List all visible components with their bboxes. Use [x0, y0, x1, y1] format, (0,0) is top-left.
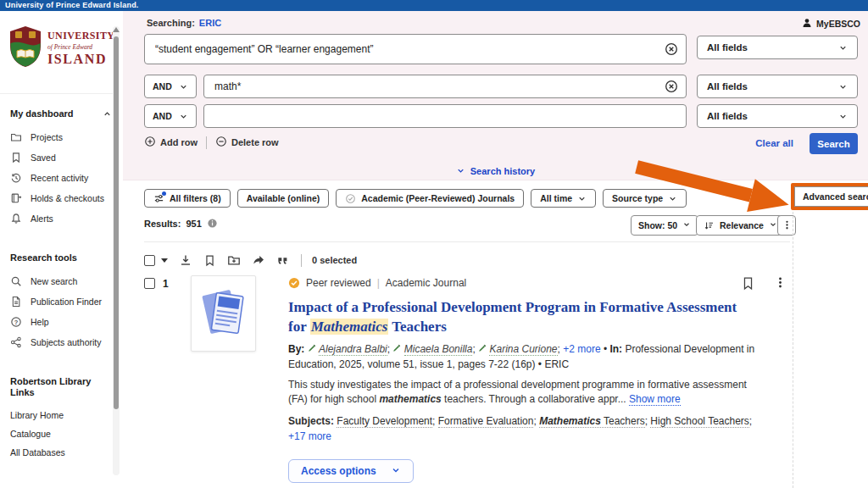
subject-link[interactable]: Formative Evaluation — [438, 415, 534, 428]
add-row-button[interactable]: Add row — [144, 136, 198, 149]
sidebar-item-catalogue[interactable]: Catalogue — [10, 424, 112, 443]
info-icon[interactable] — [207, 218, 218, 229]
show-more-link[interactable]: Show more — [629, 393, 681, 406]
field-select[interactable]: All fields — [697, 104, 858, 128]
search-term-input[interactable] — [203, 75, 687, 98]
upei-logo[interactable]: UNIVERSITY of Prince Edward ISLAND — [8, 25, 114, 71]
search-history-toggle[interactable]: Search history — [123, 164, 868, 179]
operator-label: AND — [153, 81, 172, 92]
show-per-page-select[interactable]: Show: 50 — [631, 215, 698, 236]
sidebar-section-header[interactable]: My dashboard — [10, 108, 112, 119]
history-icon — [10, 172, 22, 184]
delete-row-button[interactable]: Delete row — [215, 136, 279, 149]
sidebar-item-projects[interactable]: Projects — [10, 127, 112, 147]
bookmark-icon[interactable] — [203, 254, 216, 267]
sidebar-item-label: All Databases — [10, 447, 65, 458]
sidebar-item-label: New search — [31, 276, 77, 286]
filter-pill-label: All time — [540, 193, 572, 203]
sidebar-item-alerts[interactable]: Alerts — [10, 208, 112, 229]
sidebar-scrollbar-thumb[interactable] — [114, 36, 119, 409]
result-title[interactable]: Impact of a Professional Development Pro… — [288, 297, 746, 336]
more-subjects-link[interactable]: +17 more — [288, 430, 331, 442]
field-select-value: All fields — [707, 111, 748, 121]
author-link[interactable]: Micaela Bonilla — [404, 343, 473, 356]
sidebar-item-holds-checkouts[interactable]: Holds & checkouts — [10, 188, 112, 208]
chevron-down-icon — [838, 43, 848, 53]
result-options-kebab-icon[interactable] — [774, 276, 787, 292]
result-badges: Peer reviewed | Academic Journal — [288, 277, 466, 289]
clear-input-icon[interactable] — [665, 80, 678, 93]
sidebar-item-new-search[interactable]: New search — [10, 271, 112, 291]
result-checkbox[interactable] — [144, 278, 155, 289]
institution-banner: University of Prince Edward Island. — [0, 0, 868, 11]
result-item: 1 Peer reviewed | — [144, 275, 793, 488]
sidebar-item-publication-finder[interactable]: Publication Finder — [10, 291, 112, 312]
peer-reviewed-icon — [288, 277, 300, 289]
subject-link[interactable]: High School Teachers — [650, 415, 749, 428]
filter-pill-available-online-[interactable]: Available (online) — [237, 189, 330, 208]
chevron-down-icon — [179, 112, 188, 121]
save-result-bookmark-icon[interactable] — [741, 276, 755, 294]
upei-wordmark: UNIVERSITY of Prince Edward ISLAND — [47, 30, 114, 67]
share-icon[interactable] — [252, 253, 265, 267]
subject-link[interactable]: Mathematics Teachers — [539, 415, 645, 428]
search-button[interactable]: Search — [810, 133, 858, 154]
clear-input-icon[interactable] — [665, 42, 678, 56]
chevron-up-icon[interactable] — [103, 109, 112, 119]
database-link[interactable]: ERIC — [199, 18, 221, 28]
author-link[interactable]: Karina Curione — [489, 343, 557, 356]
search-term-input[interactable] — [203, 104, 687, 128]
filter-pill-source-type[interactable]: Source type — [603, 189, 687, 208]
boolean-operator-select[interactable]: AND — [144, 75, 197, 98]
sidebar-item-label: Holds & checkouts — [31, 193, 104, 203]
sidebar-divider — [0, 93, 113, 94]
access-options-button[interactable]: Access options — [288, 459, 414, 483]
subject-link[interactable]: Faculty Development — [337, 415, 432, 428]
sort-select[interactable]: Relevance — [696, 215, 785, 236]
bookmark-icon — [10, 152, 22, 164]
svg-text:?: ? — [14, 319, 19, 326]
sidebar-item-help[interactable]: ?Help — [10, 312, 112, 332]
holds-icon — [10, 192, 22, 204]
sidebar-item-subjects-authority[interactable]: Subjects authority — [10, 332, 112, 352]
clear-all-button[interactable]: Clear all — [755, 138, 793, 148]
pen-icon — [308, 344, 316, 352]
sidebar-item-label: Catalogue — [10, 429, 51, 439]
sidebar-item-library-home[interactable]: Library Home — [10, 406, 112, 424]
pen-icon — [392, 344, 401, 352]
cite-icon[interactable] — [276, 254, 289, 267]
searching-label: Searching: — [147, 18, 195, 28]
highlighted-search-term: Mathematics — [310, 319, 389, 335]
field-select[interactable]: All fields — [697, 75, 858, 98]
sidebar-section: Research toolsNew searchPublication Find… — [10, 252, 112, 352]
help-icon: ? — [10, 316, 22, 328]
filter-pill-all-time[interactable]: All time — [531, 189, 596, 208]
more-authors-link[interactable]: +2 more — [563, 343, 600, 355]
sidebar: UNIVERSITY of Prince Edward ISLAND My da… — [0, 11, 123, 488]
filter-pill-label: Available (online) — [247, 193, 320, 203]
add-to-folder-icon[interactable] — [227, 253, 241, 267]
download-icon[interactable] — [179, 253, 192, 267]
chevron-down-icon — [769, 220, 777, 230]
advanced-search-button[interactable]: Advanced search — [794, 186, 868, 207]
author-link[interactable]: Alejandra Balbi — [319, 343, 387, 356]
result-thumbnail[interactable] — [191, 275, 256, 352]
sort-icon — [704, 220, 715, 231]
select-menu-caret-icon[interactable] — [161, 258, 168, 263]
sidebar-scrollbar[interactable] — [113, 26, 120, 475]
filter-pill-academic-peer-reviewed-journals[interactable]: Academic (Peer-Reviewed) Journals — [336, 189, 524, 208]
select-all-checkbox[interactable] — [144, 255, 155, 266]
filter-pill-all-filters-8-[interactable]: All filters (8) — [144, 189, 231, 208]
main-content: Searching:ERIC MyEBSCO All fieldsANDAll … — [123, 11, 868, 488]
search-term-input[interactable] — [144, 34, 687, 64]
sidebar-item-saved[interactable]: Saved — [10, 147, 112, 168]
sidebar-item-recent-activity[interactable]: Recent activity — [10, 168, 112, 188]
search-icon — [10, 275, 22, 287]
myebsco-button[interactable]: MyEBSCO — [801, 17, 860, 30]
field-select[interactable]: All fields — [697, 36, 858, 59]
emphasized-term: mathematics — [379, 393, 441, 405]
scrollbar-up-arrow-icon[interactable] — [113, 27, 120, 32]
sidebar-item-all-databases[interactable]: All Databases — [10, 443, 112, 462]
boolean-operator-select[interactable]: AND — [144, 104, 197, 128]
chevron-down-icon — [838, 112, 848, 121]
